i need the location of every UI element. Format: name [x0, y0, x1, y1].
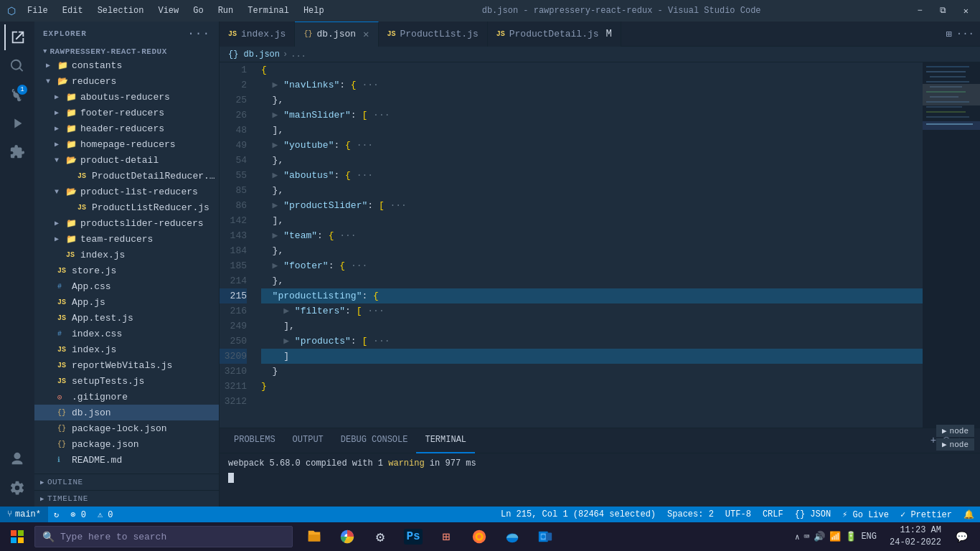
maximize-button[interactable]: ⧉ [936, 4, 951, 18]
taskbar-app-settings[interactable]: ⚙ [364, 522, 396, 551]
taskbar-app-file-explorer[interactable] [298, 522, 330, 551]
explorer-activity-icon[interactable] [4, 24, 30, 50]
more-actions-icon[interactable]: ··· [956, 28, 974, 39]
terminal-instance-node-1[interactable]: ▶ node [936, 425, 974, 437]
speaker-icon[interactable]: 🔊 [814, 531, 825, 542]
tree-item-store-js[interactable]: JS store.js [34, 263, 219, 278]
tree-item-App-test-js[interactable]: JS App.test.js [34, 310, 219, 326]
notifications-status[interactable]: 🔔 [958, 507, 980, 522]
battery-icon[interactable]: 🔋 [845, 531, 857, 542]
source-control-activity-icon[interactable]: 1 [4, 82, 30, 108]
tree-item-team-reducers[interactable]: ▶ 📁 team-reducers [34, 231, 219, 247]
tab-index-js[interactable]: JS index.js [220, 22, 295, 47]
menu-edit[interactable]: Edit [57, 4, 89, 17]
menu-selection[interactable]: Selection [92, 4, 150, 17]
tree-item-constants[interactable]: ▶ 📁 constants [34, 57, 219, 73]
tab-db-json[interactable]: {} db.json ✕ [295, 22, 378, 47]
indentation-status[interactable]: Spaces: 2 [661, 507, 720, 522]
notification-center-button[interactable]: 💬 [948, 522, 974, 551]
menu-view[interactable]: View [152, 4, 184, 17]
tree-item-homepage-reducers[interactable]: ▶ 📁 homepage-reducers [34, 136, 219, 152]
menu-go[interactable]: Go [187, 4, 209, 17]
tree-item-package-lock[interactable]: {} package-lock.json [34, 420, 219, 436]
menu-run[interactable]: Run [212, 4, 240, 17]
prettier-status[interactable]: ✓ Prettier [895, 507, 958, 522]
extensions-activity-icon[interactable] [4, 139, 30, 165]
split-editor-icon[interactable]: ⊞ [946, 28, 951, 40]
warnings-status[interactable]: ⚠ 0 [92, 507, 119, 522]
code-line: }, [261, 183, 923, 198]
taskbar-app-outlook[interactable] [529, 522, 561, 551]
keyboard-icon[interactable]: ⌨ [804, 531, 810, 542]
tree-item-product-detail[interactable]: ▼ 📂 product-detail [34, 152, 219, 168]
accounts-activity-icon[interactable] [4, 446, 30, 472]
tree-item-App-css[interactable]: # App.css [34, 278, 219, 294]
new-terminal-icon[interactable]: + [930, 435, 936, 446]
tab-ProductDetail[interactable]: JS ProductDetail.js M [488, 22, 621, 47]
cursor-position-status[interactable]: Ln 215, Col 1 (82464 selected) [495, 507, 661, 522]
tray-arrow-icon[interactable]: ∧ [795, 532, 800, 542]
breadcrumb-file[interactable]: {} db.json [228, 50, 280, 60]
tree-item-App-js[interactable]: JS App.js [34, 294, 219, 310]
menu-help[interactable]: Help [298, 4, 330, 17]
outline-header[interactable]: ▶ OUTLINE [34, 474, 219, 490]
menu-terminal[interactable]: Terminal [242, 4, 295, 17]
svg-rect-8 [926, 106, 962, 108]
sidebar-more-icon[interactable]: ··· [187, 27, 210, 40]
golive-status[interactable]: ⚡ Go Live [837, 507, 895, 522]
tab-ProductList[interactable]: JS ProductList.js [379, 22, 488, 47]
tree-item-index-js[interactable]: JS index.js [34, 342, 219, 357]
search-activity-icon[interactable] [4, 53, 30, 79]
taskbar-app-firefox[interactable] [463, 522, 495, 551]
language-status[interactable]: {} JSON [789, 507, 837, 522]
tree-item-product-list-reducers[interactable]: ▼ 📂 product-list-reducers [34, 184, 219, 199]
errors-status[interactable]: ⊗ 0 [65, 507, 92, 522]
settings-activity-icon[interactable] [4, 475, 30, 501]
tree-item-productslider-reducers[interactable]: ▶ 📁 productslider-reducers [34, 215, 219, 231]
tree-item-package-json[interactable]: {} package.json [34, 436, 219, 452]
panel-tab-debug-console[interactable]: DEBUG CONSOLE [332, 428, 417, 453]
line-number: 25 [220, 93, 247, 108]
code-content[interactable]: { ▶ "navLinks": { ··· }, ▶ "mainSlider":… [255, 62, 923, 428]
code-line-selected: "productListing": { [261, 288, 923, 303]
tree-item-db-json[interactable]: {} db.json [34, 405, 219, 420]
tree-item-reducers[interactable]: ▼ 📂 reducers [34, 73, 219, 89]
js-file-icon: JS [77, 172, 89, 180]
network-icon[interactable]: 📶 [829, 531, 841, 542]
line-ending-status[interactable]: CRLF [757, 507, 789, 522]
js-file-icon: JS [77, 204, 89, 212]
taskbar-app-edge[interactable] [496, 522, 528, 551]
tree-item-index-css[interactable]: # index.css [34, 326, 219, 342]
panel-tab-problems[interactable]: PROBLEMS [225, 428, 284, 453]
language-indicator[interactable]: ENG [861, 532, 877, 542]
tree-item-ProductListReducer[interactable]: JS ProductListReducer.js [34, 199, 219, 215]
panel-tab-output[interactable]: OUTPUT [284, 428, 332, 453]
tree-item-aboutus-reducers[interactable]: ▶ 📁 aboutus-reducers [34, 89, 219, 105]
terminal-instance-node-2[interactable]: ▶ node [936, 438, 974, 451]
sync-status[interactable]: ↻ [48, 507, 65, 522]
tree-item-index-js-reducers[interactable]: JS index.js [34, 247, 219, 263]
taskbar-app-photoshop[interactable]: Ps [397, 522, 429, 551]
panel-tab-terminal[interactable]: TERMINAL [416, 428, 475, 453]
taskbar-app-git[interactable]: ⊞ [430, 522, 462, 551]
windows-start-button[interactable] [3, 522, 32, 551]
taskbar-clock[interactable]: 11:23 AM 24-02-2022 [885, 524, 946, 549]
tree-item-header-reducers[interactable]: ▶ 📁 header-reducers [34, 121, 219, 136]
taskbar-app-chrome[interactable] [331, 522, 363, 551]
close-button[interactable]: ✕ [959, 4, 973, 18]
encoding-status[interactable]: UTF-8 [720, 507, 757, 522]
tree-item-footer-reducers[interactable]: ▶ 📁 footer-reducers [34, 105, 219, 121]
tab-close-button[interactable]: ✕ [363, 28, 369, 40]
tree-item-ProductDetailReducer[interactable]: JS ProductDetailReducer.js [34, 168, 219, 184]
menu-file[interactable]: File [22, 4, 54, 17]
project-name-header[interactable]: ▼ RAWPRESSERY-REACT-REDUX [34, 46, 219, 57]
git-branch-status[interactable]: ⑂ main* [0, 507, 48, 522]
tree-item-gitignore[interactable]: ⊙ .gitignore [34, 389, 219, 405]
minimize-button[interactable]: − [913, 4, 927, 18]
tree-item-README[interactable]: ℹ README.md [34, 452, 219, 468]
taskbar-search-box[interactable]: 🔍 Type here to search [34, 526, 293, 547]
run-debug-activity-icon[interactable] [4, 110, 30, 136]
tree-item-reportWebVitals[interactable]: JS reportWebVitals.js [34, 357, 219, 373]
timeline-header[interactable]: ▶ TIMELINE [34, 491, 219, 507]
tree-item-setupTests[interactable]: JS setupTests.js [34, 373, 219, 389]
